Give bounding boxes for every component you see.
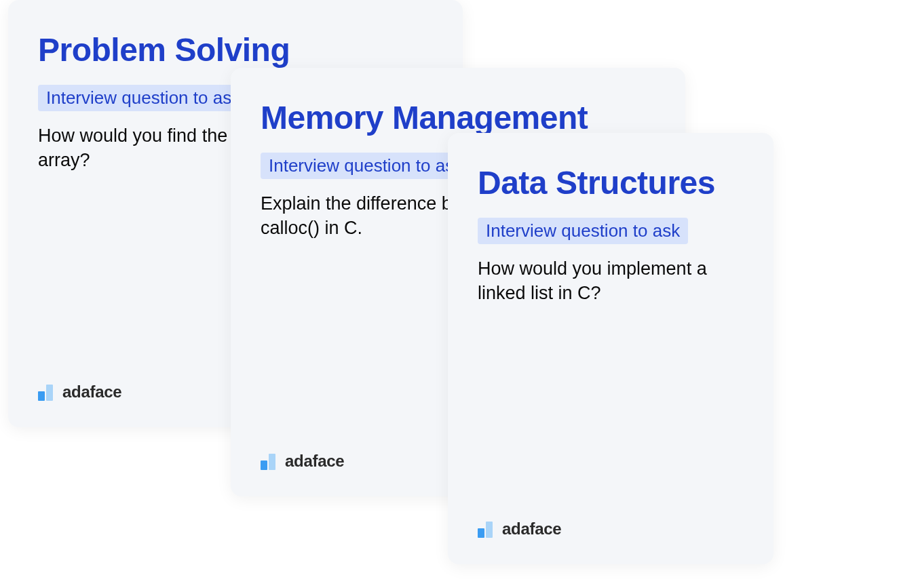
logo: adaface	[478, 520, 561, 538]
logo-text: adaface	[285, 452, 344, 471]
adaface-logo-icon	[38, 383, 56, 401]
logo: adaface	[38, 383, 121, 401]
adaface-logo-icon	[478, 520, 495, 538]
card-question: How would you implement a linked list in…	[478, 256, 744, 306]
interview-card-data-structures: Data Structures Interview question to as…	[448, 133, 774, 564]
logo-text: adaface	[502, 520, 561, 538]
card-title: Memory Management	[261, 100, 655, 136]
card-badge: Interview question to ask	[478, 218, 688, 244]
card-title: Problem Solving	[38, 33, 433, 68]
card-badge: Interview question to ask	[261, 153, 471, 179]
logo-text: adaface	[62, 383, 121, 401]
adaface-logo-icon	[261, 452, 278, 470]
card-title: Data Structures	[478, 165, 744, 201]
logo: adaface	[261, 452, 344, 471]
card-badge: Interview question to ask	[38, 85, 248, 111]
